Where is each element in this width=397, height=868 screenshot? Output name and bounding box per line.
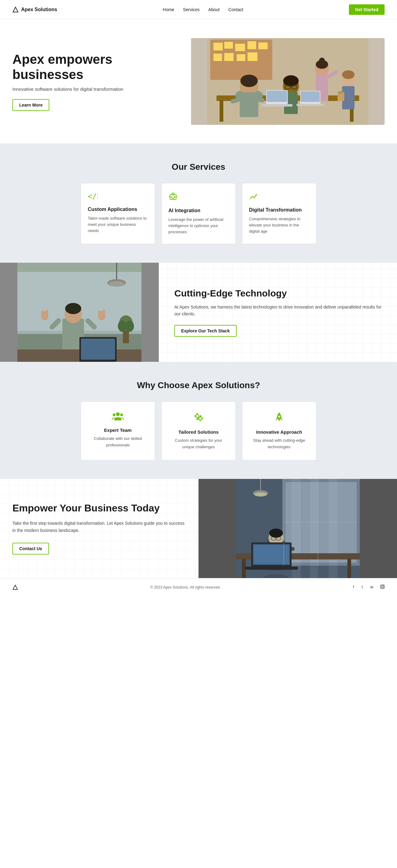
- footer-social: f t in: [353, 585, 385, 590]
- hero-section: Apex empowers businesses Innovative soft…: [0, 20, 397, 144]
- team-icon: [88, 412, 148, 423]
- svg-rect-13: [220, 100, 223, 122]
- footer-copyright: © 2023 Apex Solutions. All rights reserv…: [150, 585, 221, 590]
- svg-rect-91: [200, 420, 201, 421]
- svg-rect-6: [248, 41, 256, 49]
- service-title-1: AI Integration: [168, 208, 229, 213]
- robot-icon: [168, 192, 229, 204]
- why-grid: Expert Team Collaborate with our skilled…: [12, 401, 385, 460]
- why-card-expert-team: Expert Team Collaborate with our skilled…: [81, 401, 155, 460]
- why-card-tailored: Tailored Solutions Custom strategies for…: [161, 401, 236, 460]
- cta-text: Empower Your Business Today Take the fir…: [0, 487, 198, 570]
- instagram-link[interactable]: [380, 585, 385, 590]
- svg-rect-98: [291, 479, 301, 578]
- tech-illustration: [0, 263, 159, 362]
- tech-section: Cutting-Edge Technology At Apex Solution…: [0, 263, 397, 362]
- svg-point-76: [109, 281, 124, 286]
- services-section: Our Services </> Custom Applications Tai…: [0, 144, 397, 263]
- svg-point-18: [240, 75, 258, 87]
- svg-rect-37: [261, 104, 292, 106]
- svg-point-103: [254, 492, 267, 497]
- svg-point-22: [283, 75, 299, 86]
- service-desc-2: Comprehensive strategies to elevate your…: [249, 216, 309, 235]
- svg-point-69: [98, 310, 102, 315]
- hero-heading: Apex empowers businesses: [12, 52, 176, 82]
- svg-rect-5: [235, 44, 245, 51]
- svg-point-82: [113, 413, 116, 416]
- service-desc-1: Leverage the power of artificial intelli…: [168, 217, 229, 235]
- nav-link-home[interactable]: Home: [163, 7, 174, 12]
- svg-text:</>: </>: [88, 192, 98, 200]
- svg-rect-11: [248, 52, 257, 61]
- why-card-innovative: Innovative Approach Stay ahead with cutt…: [242, 401, 316, 460]
- svg-rect-88: [195, 415, 196, 417]
- svg-rect-90: [200, 416, 201, 417]
- twitter-link[interactable]: t: [362, 585, 366, 590]
- brand-name: Apex Solutions: [21, 7, 57, 12]
- why-title-2: Innovative Approach: [249, 429, 309, 435]
- why-desc-0: Collaborate with our skilled professiona…: [88, 436, 148, 448]
- facebook-link[interactable]: f: [353, 585, 357, 590]
- why-title-1: Tailored Solutions: [168, 429, 229, 435]
- nav-link-contact[interactable]: Contact: [228, 7, 243, 12]
- svg-point-129: [384, 586, 384, 586]
- hero-subtext: Innovative software solutions for digita…: [12, 86, 176, 92]
- svg-point-80: [125, 321, 134, 332]
- cta-description: Take the first step towards digital tran…: [12, 520, 186, 534]
- svg-point-84: [196, 414, 199, 417]
- svg-point-42: [337, 91, 344, 94]
- svg-text:t: t: [362, 585, 363, 589]
- brand-logo: Apex Solutions: [12, 6, 57, 13]
- tech-inner: Cutting-Edge Technology At Apex Solution…: [0, 263, 397, 362]
- svg-rect-8: [214, 54, 222, 61]
- why-title-0: Expert Team: [88, 428, 148, 433]
- svg-rect-3: [214, 43, 223, 51]
- nav-link-services[interactable]: Services: [183, 7, 200, 12]
- svg-rect-73: [81, 339, 115, 360]
- svg-point-81: [116, 412, 120, 416]
- nav-link-about[interactable]: About: [208, 7, 220, 12]
- gear-icon: [168, 412, 229, 425]
- svg-rect-40: [296, 104, 324, 106]
- footer-logo-icon: [12, 585, 18, 590]
- linkedin-link[interactable]: in: [370, 585, 376, 590]
- svg-rect-39: [301, 91, 320, 102]
- code-icon: </>: [88, 192, 148, 202]
- service-card-custom-apps: </> Custom Applications Tailor-made soft…: [81, 183, 155, 244]
- get-started-button[interactable]: Get Started: [349, 4, 385, 15]
- svg-point-113: [269, 528, 283, 538]
- svg-rect-86: [197, 413, 198, 415]
- svg-rect-106: [347, 559, 351, 578]
- svg-point-29: [319, 58, 325, 65]
- svg-point-62: [65, 303, 81, 314]
- svg-rect-92: [198, 418, 199, 419]
- cta-illustration: [198, 479, 397, 578]
- logo-icon: [12, 6, 19, 13]
- svg-rect-36: [267, 91, 287, 102]
- learn-more-button[interactable]: Learn More: [12, 99, 49, 111]
- svg-point-67: [41, 310, 45, 315]
- cta-inner: Empower Your Business Today Take the fir…: [0, 479, 397, 578]
- svg-rect-17: [240, 92, 258, 117]
- svg-point-128: [381, 586, 384, 588]
- explore-tech-button[interactable]: Explore Our Tech Stack: [174, 325, 237, 337]
- svg-rect-93: [202, 418, 203, 419]
- svg-text:f: f: [353, 585, 354, 589]
- contact-us-button[interactable]: Contact Us: [12, 543, 49, 555]
- cta-section: Empower Your Business Today Take the fir…: [0, 479, 397, 578]
- cta-image: [198, 479, 397, 578]
- svg-point-48: [174, 196, 175, 198]
- svg-point-47: [171, 196, 172, 198]
- svg-point-70: [102, 310, 106, 315]
- services-title: Our Services: [12, 162, 385, 172]
- why-section: Why Choose Apex Solutions? Expert Team C…: [0, 362, 397, 478]
- svg-marker-123: [13, 585, 17, 590]
- svg-rect-127: [380, 585, 384, 589]
- svg-rect-99: [310, 479, 318, 578]
- svg-rect-41: [337, 92, 344, 101]
- service-title-0: Custom Applications: [88, 207, 148, 212]
- cta-heading: Empower Your Business Today: [12, 502, 186, 514]
- svg-point-68: [45, 310, 48, 315]
- svg-point-79: [118, 321, 126, 332]
- rocket-icon: [249, 412, 309, 425]
